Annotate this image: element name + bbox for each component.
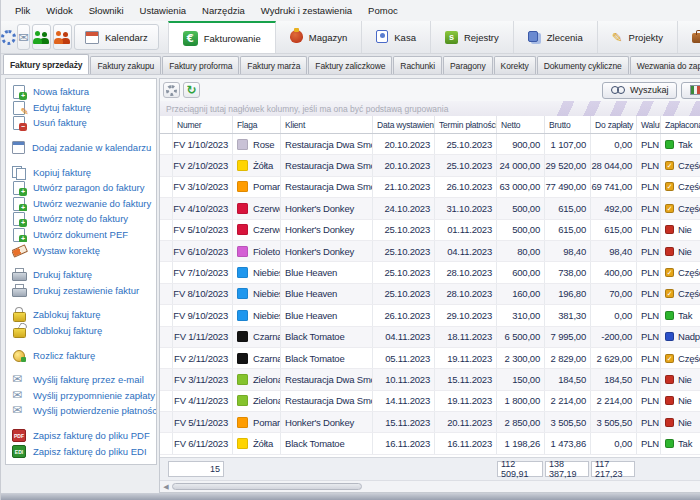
scroll-left-arrow[interactable]: ◀ — [160, 483, 172, 491]
paid-status-label: Częśc — [678, 181, 700, 192]
cell-klient: Black Tomatoe — [281, 327, 373, 347]
column-header-zaplacona[interactable]: Zapłacona — [661, 116, 700, 133]
cell-do_zaplaty: 70,00 — [591, 284, 637, 304]
main-toolbar: ✉ Kalendarz €FakturowanieMagazynKasasRej… — [1, 21, 700, 54]
table-row[interactable]: FV 2/10/2023ŻółtaRestauracja Dwa Smoki20… — [160, 155, 700, 176]
column-header-indicator[interactable] — [160, 116, 173, 133]
column-header-flaga[interactable]: Flaga — [233, 116, 281, 133]
table-row[interactable]: FV 9/10/2023NiebieskaBlue Heaven26.10.20… — [160, 305, 700, 326]
grid-refresh-button[interactable]: ↻ — [183, 82, 200, 98]
table-row[interactable]: FV 8/10/2023NiebieskaBlue Heaven25.10.20… — [160, 284, 700, 305]
sidebar-item-rozlicz-faktur[interactable]: Rozlicz fakturę — [12, 347, 156, 363]
column-header-klient[interactable]: Klient — [281, 116, 373, 133]
table-row[interactable]: FV 6/10/2023FioletowaHonker's Donkey25.1… — [160, 241, 700, 262]
module-tab-projekty[interactable]: ✎Projekty — [598, 21, 678, 53]
table-row[interactable]: FV 5/10/2023CzerwonaHonker's Donkey25.10… — [160, 220, 700, 241]
module-tab-zlecenia[interactable]: Zlecenia — [514, 21, 598, 53]
menu-item-ustawienia[interactable]: Ustawienia — [132, 2, 194, 19]
sidebar-item-zablokuj-faktur[interactable]: Zablokuj fakturę — [12, 307, 156, 323]
menu-item-s-owniki[interactable]: Słowniki — [81, 2, 132, 19]
mail-button[interactable]: ✉ — [17, 24, 30, 50]
cell-netto: 150,00 — [497, 369, 545, 389]
cell-indicator — [160, 177, 173, 197]
sidebar-item-wy-lij-przypomnienie-zap-aty[interactable]: Wyślij przypomnienie zapłaty — [12, 388, 156, 404]
sidebar-item-zapisz-faktur-do-pliku-edi[interactable]: EDIZapisz fakturę do pliku EDI — [12, 443, 156, 459]
module-tab-magazyn[interactable]: Magazyn — [276, 21, 363, 53]
grid-settings-button[interactable] — [163, 82, 180, 98]
sidebar-group: Drukuj fakturęDrukuj zestawienie faktur — [12, 267, 156, 298]
table-row[interactable]: FV 7/10/2023NiebieskaBlue Heaven25.10.20… — [160, 262, 700, 283]
paid-status-icon — [665, 439, 674, 448]
module-tab-rejestry[interactable]: sRejestry — [431, 21, 514, 53]
tab-faktury-zakupu[interactable]: Faktury zakupu — [90, 56, 161, 74]
table-row[interactable]: FV 2/11/2023CzarnaBlack Tomatoe05.11.202… — [160, 348, 700, 369]
menu-item-plik[interactable]: Plik — [7, 2, 38, 19]
module-tab-kasa[interactable]: Kasa — [362, 21, 431, 53]
horizontal-scrollbar[interactable]: ◀ — [160, 480, 700, 492]
sidebar-item-zapisz-faktur-do-pliku-pdf[interactable]: PDFZapisz fakturę do pliku PDF — [12, 428, 156, 444]
table-row[interactable]: FV 3/11/2023ZielonaRestauracja Dwa Smoki… — [160, 369, 700, 390]
mail-icon: ✉ — [18, 31, 29, 44]
column-header-termin[interactable]: Termin płatności — [435, 116, 497, 133]
menu-item-widok[interactable]: Widok — [38, 2, 80, 19]
table-row[interactable]: FV 3/10/2023PomarańczRestauracja Dwa Smo… — [160, 177, 700, 198]
table-row[interactable]: FV 4/10/2023CzerwonaHonker's Donkey24.10… — [160, 198, 700, 219]
flag-color-swatch — [237, 310, 248, 321]
tab-paragony[interactable]: Paragony — [443, 56, 493, 74]
tab-dokumenty-cykliczne[interactable]: Dokumenty cykliczne — [537, 56, 629, 74]
flag-label: Pomarańcz — [253, 417, 281, 428]
settings-gear-button[interactable] — [1, 21, 16, 53]
table-row[interactable]: FV 1/10/2023RoseRestauracja Dwa Smoki20.… — [160, 134, 700, 155]
table-row[interactable]: FV 6/11/2023ŻółtaBlack Tomatoe16.11.2023… — [160, 433, 700, 454]
column-header-netto[interactable]: Netto — [497, 116, 545, 133]
sidebar-item-utw-rz-paragon-do-faktury[interactable]: Utwórz paragon do faktury — [12, 180, 156, 196]
cell-netto: 2 850,00 — [497, 412, 545, 432]
module-tab-fakturowanie[interactable]: €Fakturowanie — [168, 21, 276, 53]
table-row[interactable]: FV 4/11/2023ZielonaRestauracja Dwa Smoki… — [160, 391, 700, 412]
menu-item-narz-dzia[interactable]: Narzędzia — [194, 2, 253, 19]
sidebar-item-drukuj-zestawienie-faktur[interactable]: Drukuj zestawienie faktur — [12, 283, 156, 299]
tab-faktury-proforma[interactable]: Faktury proforma — [162, 56, 239, 74]
sidebar-item-dodaj-zadanie-w-kalendarzu[interactable]: Dodaj zadanie w kalendarzu — [12, 140, 156, 156]
table-row[interactable]: FV 1/11/2023CzarnaBlack Tomatoe04.11.202… — [160, 327, 700, 348]
pdf-file-icon: PDF — [12, 429, 26, 442]
tab-faktury-mar-a[interactable]: Faktury marża — [240, 56, 307, 74]
contacts-green-button[interactable] — [32, 24, 51, 50]
sidebar-item-wy-lij-faktur-przez-e-mail[interactable]: Wyślij fakturę przez e-mail — [12, 372, 156, 388]
cell-flaga: Niebieska — [233, 305, 281, 325]
contacts-orange-button[interactable] — [53, 24, 72, 50]
scrollbar-thumb[interactable] — [172, 483, 362, 490]
tab-rachunki[interactable]: Rachunki — [393, 56, 442, 74]
table-row[interactable]: FV 5/11/2023PomarańczHonker's Donkey15.1… — [160, 412, 700, 433]
sidebar-item-edytuj-faktur[interactable]: Edytuj fakturę — [12, 100, 156, 116]
sidebar-item-kopiuj-faktur[interactable]: Kopiuj fakturę — [12, 164, 156, 180]
export-button[interactable]: Ek — [681, 82, 700, 99]
cell-brutto: 738,00 — [545, 262, 591, 282]
cell-klient: Blue Heaven — [281, 262, 373, 282]
sidebar-item-drukuj-faktur[interactable]: Drukuj fakturę — [12, 267, 156, 283]
sidebar-item-wystaw-korekt[interactable]: Wystaw korektę — [12, 242, 156, 258]
sidebar-item-nowa-faktura[interactable]: Nowa faktura — [12, 84, 156, 100]
sidebar-item-usu-faktur[interactable]: Usuń fakturę — [12, 115, 156, 131]
calendar-button[interactable]: Kalendarz — [74, 24, 159, 50]
search-button[interactable]: Wyszukaj — [602, 82, 677, 99]
column-header-brutto[interactable]: Brutto — [545, 116, 591, 133]
module-tab-o[interactable]: O — [678, 21, 700, 53]
menu-item-pomoc[interactable]: Pomoc — [360, 2, 406, 19]
tab-faktury-sprzeda-y[interactable]: Faktury sprzedaży — [3, 54, 89, 74]
tab-faktury-zaliczkowe[interactable]: Faktury zaliczkowe — [308, 56, 392, 74]
tab-korekty[interactable]: Korekty — [494, 56, 536, 74]
tab-wezwania-do-zap-aty[interactable]: Wezwania do zapłaty — [630, 56, 700, 74]
column-header-wystawienie[interactable]: Data wystawienia — [373, 116, 435, 133]
sidebar-item-utw-rz-wezwanie-do-faktury[interactable]: Utwórz wezwanie do faktury — [12, 196, 156, 212]
sidebar-item-utw-rz-dokument-pef[interactable]: Utwórz dokument PEF — [12, 227, 156, 243]
sidebar-item-utw-rz-not-do-faktury[interactable]: Utwórz notę do faktury — [12, 211, 156, 227]
menu-item-wydruki-i-zestawienia[interactable]: Wydruki i zestawienia — [253, 2, 360, 19]
grouping-drop-zone[interactable]: Przeciągnij tutaj nagłówek kolumny, jeśl… — [160, 101, 700, 116]
column-header-do_zaplaty[interactable]: Do zapłaty — [591, 116, 637, 133]
column-header-numer[interactable]: Numer — [173, 116, 233, 133]
sidebar-item-wy-lij-potwierdzenie-p-atno-ci[interactable]: Wyślij potwierdzenie płatności — [12, 403, 156, 419]
column-header-waluta[interactable]: Waluta — [637, 116, 661, 133]
sidebar-item-odblokuj-faktur[interactable]: Odblokuj fakturę — [12, 323, 156, 339]
cell-zaplacona: ✓Częśc — [661, 198, 700, 218]
